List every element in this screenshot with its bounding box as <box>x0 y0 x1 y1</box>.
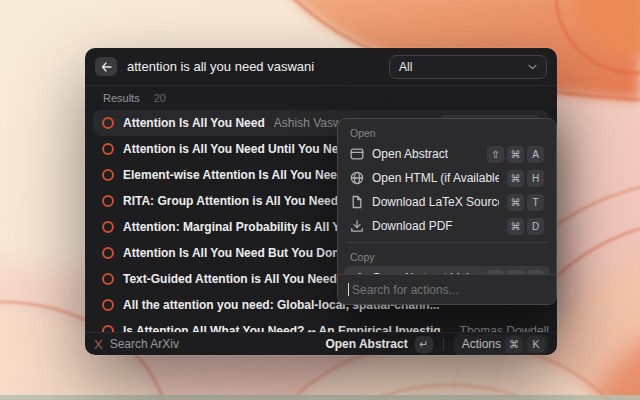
result-row-9[interactable]: Is Attention All What You Need? -- An Em… <box>93 318 549 332</box>
arxiv-ring-icon <box>102 325 114 332</box>
menu-item-label: Download PDF <box>372 219 453 233</box>
arxiv-ring-icon <box>102 247 114 259</box>
actions-label: Actions <box>462 337 501 351</box>
primary-action-label[interactable]: Open Abstract <box>325 337 407 351</box>
category-dropdown[interactable]: All <box>389 55 547 79</box>
enter-key-badge: ↵ <box>415 336 433 353</box>
results-label: Results <box>103 92 140 104</box>
search-input[interactable]: attention is all you need vaswani <box>127 59 379 74</box>
arxiv-ring-icon <box>102 195 114 207</box>
arxiv-ring-icon <box>102 299 114 311</box>
arxiv-ring-icon <box>102 221 114 233</box>
arxiv-ring-icon <box>102 273 114 285</box>
result-title: Is Attention All What You Need? -- An Em… <box>123 324 451 332</box>
actions-search-placeholder: Search for actions... <box>352 283 459 297</box>
menu-separator <box>346 242 548 243</box>
raycast-window: attention is all you need vaswani All Re… <box>85 48 557 355</box>
text-caret <box>348 283 349 296</box>
arxiv-ring-icon <box>102 117 114 129</box>
shift-key: ⇧ <box>487 146 504 163</box>
menu-section-open: Open <box>344 123 550 142</box>
menu-item-label: Open HTML (if Available) <box>372 171 499 185</box>
cmd-key: ⌘ <box>507 170 524 187</box>
menu-item-open-html[interactable]: Open HTML (if Available) ⌘ H <box>344 166 550 190</box>
chevron-down-icon <box>528 64 537 70</box>
cmd-key: ⌘ <box>507 218 524 235</box>
shortcut-keys: ⌘ D <box>507 218 544 235</box>
browser-window-icon <box>350 147 364 161</box>
shortcut-keys: ⌘ T <box>507 194 544 211</box>
result-author: Thomas Dowdell et al. (2019) <box>460 324 549 332</box>
d-key: D <box>527 218 544 235</box>
extension-name: Search ArXiv <box>110 337 179 351</box>
shortcut-keys: ⌘ H <box>507 170 544 187</box>
back-arrow-icon <box>101 62 112 72</box>
actions-search-input[interactable]: Search for actions... <box>338 274 556 304</box>
shortcut-keys: ⇧ ⌘ A <box>487 146 544 163</box>
h-key: H <box>527 170 544 187</box>
t-key: T <box>527 194 544 211</box>
arxiv-ring-icon <box>102 169 114 181</box>
menu-item-download-pdf[interactable]: Download PDF ⌘ D <box>344 214 550 238</box>
menu-item-download-latex[interactable]: Download LaTeX Source ⌘ T <box>344 190 550 214</box>
footer-bar: X Search ArXiv Open Abstract ↵ Actions ⌘… <box>85 332 557 355</box>
results-header: Results 20 <box>85 88 557 108</box>
menu-item-label: Open Abstract <box>372 147 448 161</box>
arxiv-ring-icon <box>102 143 114 155</box>
results-count: 20 <box>154 92 166 104</box>
arxiv-logo-icon: X <box>94 337 103 352</box>
document-icon <box>350 195 364 209</box>
menu-item-open-abstract[interactable]: Open Abstract ⇧ ⌘ A <box>344 142 550 166</box>
actions-button[interactable]: Actions ⌘ K <box>454 334 548 355</box>
a-key: A <box>527 146 544 163</box>
menu-section-copy: Copy <box>344 247 550 266</box>
dropdown-value: All <box>399 60 412 74</box>
download-icon <box>350 219 364 233</box>
globe-icon <box>350 171 364 185</box>
cmd-key: ⌘ <box>507 146 524 163</box>
search-header: attention is all you need vaswani All <box>85 48 557 86</box>
footer-divider <box>443 338 444 350</box>
result-title: Attention Is All You Need <box>123 116 265 130</box>
menu-item-label: Download LaTeX Source <box>372 195 499 209</box>
cmd-key-badge: ⌘ <box>505 336 523 353</box>
k-key-badge: K <box>527 336 545 353</box>
actions-menu: Open Open Abstract ⇧ ⌘ A Open HTML (if A… <box>337 118 557 305</box>
back-button[interactable] <box>95 57 117 76</box>
result-title: Element-wise Attention Is All You Need <box>123 168 344 182</box>
cmd-key: ⌘ <box>507 194 524 211</box>
